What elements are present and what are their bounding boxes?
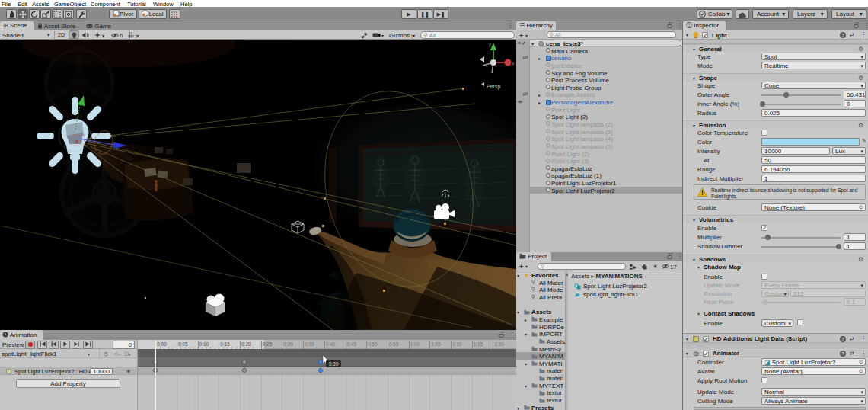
svg-text:y: y — [489, 42, 491, 46]
svg-text:Persp: Persp — [487, 84, 500, 90]
svg-text:x: x — [512, 61, 514, 66]
